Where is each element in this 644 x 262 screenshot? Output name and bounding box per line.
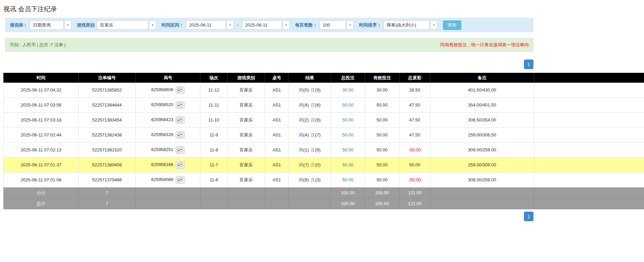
- empty-cell: [430, 187, 534, 198]
- view-cards-icon[interactable]: [176, 86, 185, 94]
- round-id-text: 625958166: [151, 162, 173, 167]
- player-score: (4): [303, 102, 309, 108]
- cell-time: 2025-06-11 07:04:32: [4, 83, 79, 98]
- banker-result: 庄: [311, 102, 315, 108]
- subtotal-row: 小计 7 330.00 330.00 121.00: [4, 187, 644, 198]
- date-range-separator: ~: [236, 22, 239, 28]
- cell-total-bet[interactable]: 50.00: [331, 128, 365, 143]
- date-to-select[interactable]: 2025-06-11 ▼: [242, 20, 290, 30]
- cell-payout: 47.50: [399, 113, 430, 128]
- column-header-round-id: 局号: [136, 73, 200, 83]
- cell-result: 闲(4)庄(7): [289, 128, 331, 143]
- banker-score: (7): [315, 132, 321, 137]
- total-bet-link[interactable]: 50.00: [342, 162, 353, 167]
- cell-payout: -50.00: [399, 173, 430, 187]
- chevron-down-icon[interactable]: ▼: [64, 20, 71, 30]
- query-type-select[interactable]: 日期查询 ▼: [30, 20, 71, 30]
- total-bet-link[interactable]: 50.00: [342, 177, 353, 182]
- pagination-top: 1: [0, 60, 533, 69]
- empty-cell: [430, 198, 534, 209]
- date-to-value[interactable]: 2025-06-11: [242, 20, 282, 30]
- banker-score: (9): [315, 117, 321, 122]
- chevron-down-icon[interactable]: ▼: [149, 20, 156, 30]
- cell-remark: 259.00/306.50: [430, 128, 534, 143]
- cell-round-id: 625958086: [136, 173, 200, 187]
- cell-session: 11-9: [200, 128, 228, 143]
- cell-game-type: 百家乐: [228, 158, 265, 173]
- view-cards-icon[interactable]: [176, 116, 185, 124]
- chevron-down-icon[interactable]: ▼: [430, 20, 437, 30]
- cell-remark: 401.50/430.00: [430, 83, 534, 98]
- cell-extra: [534, 83, 644, 98]
- total-count: 7: [79, 198, 136, 209]
- total-bet-link[interactable]: 50.00: [342, 102, 353, 108]
- cell-valid-bet: 50.00: [365, 143, 399, 158]
- total-bet-link[interactable]: 50.00: [342, 132, 353, 137]
- total-bet-link[interactable]: 30.00: [342, 87, 353, 93]
- total-bet-link[interactable]: 50.00: [342, 147, 353, 152]
- cell-total-bet[interactable]: 30.00: [331, 83, 365, 98]
- cell-table-no: AS1: [265, 128, 289, 143]
- time-sort-select[interactable]: 降幂(由大到小) ▼: [383, 20, 437, 30]
- cell-bet-id: 522571383454: [79, 113, 136, 128]
- page-button-1-bottom[interactable]: 1: [524, 212, 533, 221]
- grand-total-row: 总计 7 330.00 330.00 121.00: [4, 198, 644, 209]
- view-cards-icon[interactable]: [176, 161, 185, 169]
- chevron-down-icon[interactable]: ▼: [283, 20, 290, 30]
- page: 视讯 会员下注纪录 请选择： 日期查询 ▼ 游戏类别 百家乐 ▼ 时间区间： 2…: [0, 0, 644, 221]
- search-button[interactable]: 查询: [443, 20, 461, 30]
- total-label: 总计: [4, 198, 79, 209]
- page-size-label: 每页笔数：: [295, 22, 317, 28]
- banker-result: 庄: [311, 162, 315, 167]
- empty-cell: [200, 198, 228, 209]
- empty-cell: [534, 187, 644, 198]
- cell-total-bet[interactable]: 50.00: [331, 113, 365, 128]
- total-payout: 121.00: [399, 198, 430, 209]
- view-cards-icon[interactable]: [176, 176, 185, 184]
- query-type-value[interactable]: 日期查询: [30, 20, 64, 30]
- view-cards-icon[interactable]: [176, 101, 185, 109]
- cell-valid-bet: 50.00: [365, 113, 399, 128]
- total-bet-link[interactable]: 50.00: [342, 117, 353, 122]
- cell-round-id: 625958166: [136, 158, 200, 173]
- page-size-select[interactable]: 100 ▼: [319, 20, 354, 30]
- cell-game-type: 百家乐: [228, 173, 265, 187]
- cell-table-no: AS1: [265, 143, 289, 158]
- cell-result: 闲(7)庄(0): [289, 158, 331, 173]
- table-row: 2025-06-11 07:02:44 522571382438 6259583…: [4, 128, 644, 143]
- page-title: 视讯 会员下注纪录: [0, 0, 644, 18]
- date-from-select[interactable]: 2025-06-11 ▼: [186, 20, 234, 30]
- empty-cell: [200, 187, 228, 198]
- cell-round-id: 625958423: [136, 113, 200, 128]
- cell-total-bet[interactable]: 50.00: [331, 158, 365, 173]
- cell-result: 闲(2)庄(9): [289, 113, 331, 128]
- page-size-value[interactable]: 100: [319, 20, 346, 30]
- game-type-select[interactable]: 百家乐 ▼: [97, 20, 156, 30]
- chevron-down-icon[interactable]: ▼: [347, 20, 354, 30]
- cell-valid-bet: 50.00: [365, 98, 399, 113]
- cell-game-type: 百家乐: [228, 83, 265, 98]
- table-row: 2025-06-11 07:03:56 522571384644 6259585…: [4, 98, 644, 113]
- table-header-row: 时间 注单编号 局号 场次 游戏类别 桌号 结果 总投注 有效投注 总派彩 备注: [4, 73, 644, 83]
- column-header-result: 结果: [289, 73, 331, 83]
- round-id-text: 625958423: [151, 117, 173, 122]
- cell-total-bet[interactable]: 50.00: [331, 173, 365, 187]
- player-score: (0): [303, 87, 309, 93]
- column-header-game-type: 游戏类别: [228, 73, 265, 83]
- view-cards-icon[interactable]: [176, 146, 185, 154]
- cell-total-bet[interactable]: 50.00: [331, 98, 365, 113]
- view-cards-icon[interactable]: [176, 131, 185, 139]
- subtotal-count: 7: [79, 187, 136, 198]
- date-from-value[interactable]: 2025-06-11: [186, 20, 226, 30]
- cell-remark: 309.00/259.00: [430, 143, 534, 158]
- page-button-1[interactable]: 1: [524, 60, 533, 69]
- game-type-value[interactable]: 百家乐: [97, 20, 148, 30]
- cell-result: 闲(1)庄(9): [289, 143, 331, 158]
- cell-total-bet[interactable]: 50.00: [331, 143, 365, 158]
- summary-bar: 币别 : 人民币 | 总共 :7 注单 | 同局有效投注，统一计算在该局第一张注…: [5, 38, 533, 52]
- round-id-text: 625958520: [151, 102, 173, 107]
- empty-cell: [265, 198, 289, 209]
- chevron-down-icon[interactable]: ▼: [227, 20, 234, 30]
- time-sort-value[interactable]: 降幂(由大到小): [383, 20, 430, 30]
- player-score: (9): [303, 177, 309, 182]
